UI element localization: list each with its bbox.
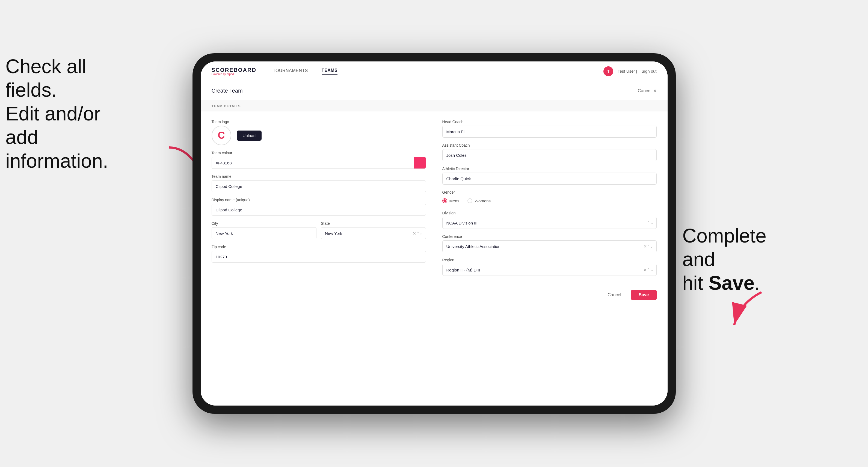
tablet-screen: SCOREBOARD Powered by clippd TOURNAMENTS… (201, 61, 668, 406)
annotation-left: Check all fields. Edit and/or add inform… (5, 55, 120, 173)
display-name-label: Display name (unique) (212, 198, 426, 202)
zip-group: Zip code (212, 245, 426, 263)
state-input[interactable] (321, 227, 426, 239)
logo-upload-area: C Upload (212, 126, 426, 145)
user-avatar: T (603, 66, 613, 76)
region-select-wrapper: ✕ ⌃⌄ (442, 264, 657, 276)
zip-label: Zip code (212, 245, 426, 249)
state-label: State (321, 221, 426, 225)
close-icon: ✕ (653, 88, 657, 93)
nav-item-teams[interactable]: TEAMS (322, 68, 338, 74)
logo-text: SCOREBOARD (212, 67, 256, 73)
womens-radio-icon[interactable] (467, 198, 472, 203)
form-body: Team logo C Upload Team colour (201, 112, 668, 284)
panel-title: Create Team (212, 88, 243, 94)
nav-right: T Test User | Sign out (603, 66, 656, 76)
annotation-line3: information. (5, 149, 120, 173)
region-clear-icon[interactable]: ✕ (643, 268, 647, 273)
annotation-line1: Check all fields. (5, 55, 120, 102)
division-label: Division (442, 211, 657, 215)
conference-group: Conference ✕ ⌃⌄ (442, 234, 657, 252)
gender-row: Mens Womens (442, 196, 657, 206)
logo-area: SCOREBOARD Powered by clippd (212, 67, 256, 76)
gender-mens-option[interactable]: Mens (442, 198, 460, 203)
nav-items: TOURNAMENTS TEAMS (273, 68, 603, 74)
state-select-wrapper: ✕ ⌃⌄ (321, 227, 426, 239)
assistant-coach-label: Assistant Coach (442, 143, 657, 148)
city-input[interactable] (212, 227, 317, 239)
mens-radio-icon[interactable] (442, 198, 447, 203)
panel-footer: Cancel Save (201, 284, 668, 306)
team-logo-group: Team logo C Upload (212, 120, 426, 145)
save-button[interactable]: Save (631, 290, 656, 300)
signout-link[interactable]: Sign out (641, 69, 656, 73)
logo-sub: Powered by clippd (212, 73, 256, 76)
zip-input[interactable] (212, 251, 426, 263)
annotation-line2: Edit and/or add (5, 102, 120, 149)
create-team-panel: Create Team Cancel ✕ TEAM DETAILS Team l… (201, 81, 668, 406)
form-right: Head Coach Assistant Coach Athletic Dire… (442, 120, 657, 276)
team-logo-label: Team logo (212, 120, 426, 124)
gender-womens-option[interactable]: Womens (467, 198, 491, 203)
team-name-group: Team name (212, 174, 426, 192)
city-group: City (212, 221, 317, 239)
city-state-row: City State ✕ ⌃⌄ (212, 221, 426, 239)
nav-item-tournaments[interactable]: TOURNAMENTS (273, 68, 308, 74)
conference-label: Conference (442, 234, 657, 239)
region-label: Region (442, 258, 657, 262)
arrow-right-icon (712, 287, 772, 336)
display-name-group: Display name (unique) (212, 198, 426, 216)
athletic-director-label: Athletic Director (442, 166, 657, 171)
region-group: Region ✕ ⌃⌄ (442, 258, 657, 276)
athletic-director-group: Athletic Director (442, 166, 657, 185)
team-colour-label: Team colour (212, 151, 426, 155)
cancel-button[interactable]: Cancel (602, 290, 627, 300)
division-input[interactable] (442, 217, 657, 229)
region-input[interactable] (442, 264, 657, 276)
gender-label: Gender (442, 190, 657, 194)
head-coach-label: Head Coach (442, 120, 657, 124)
conference-clear-icon[interactable]: ✕ (643, 244, 647, 249)
panel-cancel-top[interactable]: Cancel ✕ (638, 88, 657, 93)
division-group: Division ⌃⌄ (442, 211, 657, 229)
assistant-coach-group: Assistant Coach (442, 143, 657, 161)
nav-user-text: Test User | (618, 69, 637, 73)
team-colour-input[interactable] (212, 157, 414, 169)
panel-header: Create Team Cancel ✕ (201, 81, 668, 101)
upload-button[interactable]: Upload (237, 130, 262, 141)
city-label: City (212, 221, 317, 225)
state-group: State ✕ ⌃⌄ (321, 221, 426, 239)
division-wrapper: ⌃⌄ (442, 217, 657, 229)
head-coach-input[interactable] (442, 126, 657, 138)
top-nav: SCOREBOARD Powered by clippd TOURNAMENTS… (201, 61, 668, 81)
conference-input[interactable] (442, 240, 657, 252)
gender-group: Gender Mens Womens (442, 190, 657, 206)
section-header: TEAM DETAILS (201, 101, 668, 112)
logo-circle: C (212, 126, 231, 145)
main-content: Create Team Cancel ✕ TEAM DETAILS Team l… (201, 81, 668, 406)
assistant-coach-input[interactable] (442, 149, 657, 161)
display-name-input[interactable] (212, 204, 426, 216)
head-coach-group: Head Coach (442, 120, 657, 138)
athletic-director-input[interactable] (442, 173, 657, 185)
team-colour-group: Team colour (212, 151, 426, 169)
colour-swatch[interactable] (414, 157, 426, 169)
conference-select-wrapper: ✕ ⌃⌄ (442, 240, 657, 252)
state-clear-icon[interactable]: ✕ (412, 231, 416, 236)
annotation-right-line1: Complete and (682, 224, 797, 271)
colour-input-row (212, 157, 426, 169)
tablet-frame: SCOREBOARD Powered by clippd TOURNAMENTS… (192, 53, 676, 414)
form-left: Team logo C Upload Team colour (212, 120, 426, 276)
team-name-input[interactable] (212, 180, 426, 192)
annotation-right: Complete and hit Save. (682, 224, 797, 295)
team-name-label: Team name (212, 174, 426, 179)
